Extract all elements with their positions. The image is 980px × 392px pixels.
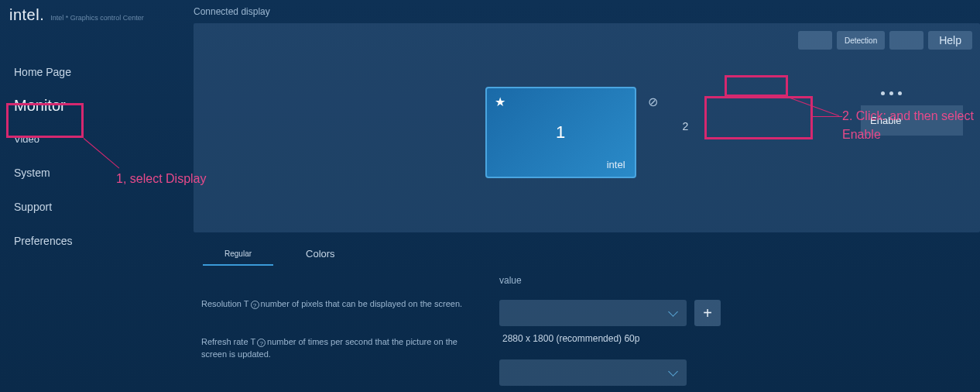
settings-right: value + 2880 x 1800 (recommended) 60p (499, 275, 980, 387)
display-1-label: intel (607, 159, 625, 170)
ellipsis-icon[interactable] (864, 84, 918, 102)
refresh-row (499, 359, 980, 386)
sidebar: intel. Intel * Graphics control Center H… (0, 0, 194, 392)
sidebar-item-preferences[interactable]: Preferences (0, 224, 194, 258)
star-icon: ★ (495, 95, 505, 109)
display-card-1[interactable]: ★ ⊘ 1 intel (485, 87, 636, 178)
resolution-row: + (499, 300, 980, 326)
chevron-down-icon (668, 368, 677, 377)
refresh-label: Refresh rate T?number of times per secon… (201, 336, 484, 360)
resolution-value: 2880 x 1800 (recommended) 60p (499, 326, 980, 346)
sidebar-item-monitor[interactable]: Monitor (0, 89, 194, 122)
resolution-label: Resolution T?number of pixels that can b… (201, 298, 484, 310)
help-icon[interactable]: ? (251, 301, 259, 309)
displays-row: ★ ⊘ 1 intel 2 (203, 33, 971, 178)
resolution-setting: Resolution T?number of pixels that can b… (201, 298, 484, 310)
chevron-down-icon (668, 308, 677, 318)
nav: Home Page Monitor Video System Support P… (0, 55, 194, 258)
value-header: value (499, 275, 980, 300)
brand-sub: Intel * Graphics control Center (50, 14, 144, 22)
help-icon[interactable]: ? (257, 339, 266, 347)
add-resolution-button[interactable]: + (694, 300, 721, 326)
tab-regular[interactable]: Regular (224, 242, 252, 266)
tab-colors[interactable]: Colors (306, 240, 335, 267)
display-2-number[interactable]: 2 (683, 120, 689, 132)
refresh-label-a: Refresh rate T (201, 337, 255, 346)
main: Connected display Detection Help ★ ⊘ 1 i… (194, 0, 980, 392)
sidebar-item-system[interactable]: System (0, 156, 194, 190)
sidebar-item-video[interactable]: Video (0, 122, 194, 156)
resolution-label-b: number of pixels that can be displayed o… (261, 299, 463, 308)
resolution-dropdown[interactable] (499, 300, 687, 326)
brand-name: intel. (9, 6, 44, 24)
resolution-label-a: Resolution T (201, 299, 249, 308)
display-panel: Detection Help ★ ⊘ 1 intel 2 Enable (194, 23, 980, 232)
tabs: Regular Colors (194, 232, 980, 267)
section-title: Connected display (194, 6, 980, 23)
display-1-number: 1 (556, 122, 565, 143)
settings-grid: Resolution T?number of pixels that can b… (194, 267, 980, 387)
brand-row: intel. Intel * Graphics control Center (0, 6, 194, 55)
enable-menu-item[interactable]: Enable (861, 105, 963, 136)
block-icon: ⊘ (648, 95, 658, 109)
settings-left: Resolution T?number of pixels that can b… (194, 275, 499, 387)
sidebar-item-home[interactable]: Home Page (0, 55, 194, 89)
refresh-dropdown[interactable] (499, 359, 687, 386)
refresh-setting: Refresh rate T?number of times per secon… (201, 336, 484, 360)
sidebar-item-support[interactable]: Support (0, 190, 194, 224)
